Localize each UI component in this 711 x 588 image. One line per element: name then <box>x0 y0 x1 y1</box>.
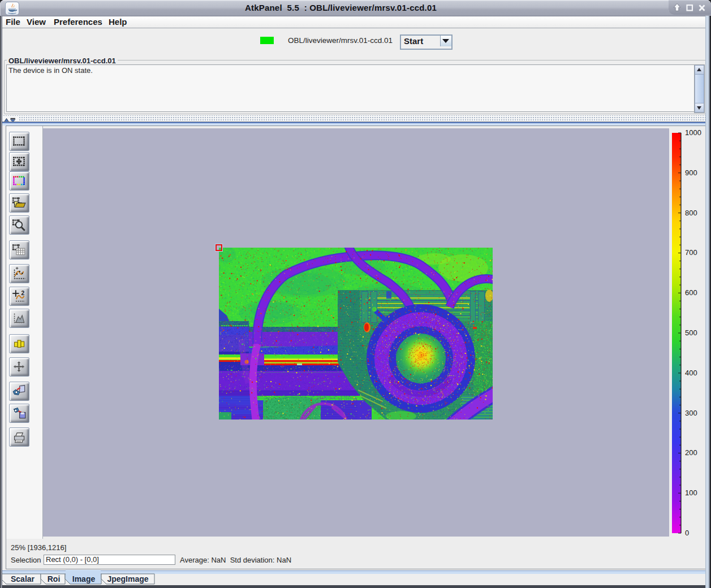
svg-text:300: 300 <box>685 409 697 417</box>
svg-text:0: 0 <box>685 529 689 537</box>
svg-text:Roi: Roi <box>48 574 61 583</box>
svg-text:200: 200 <box>685 448 697 457</box>
svg-text:100: 100 <box>685 488 697 497</box>
svg-text:Scalar: Scalar <box>11 574 35 583</box>
svg-text:2: 2 <box>21 290 24 296</box>
svg-text:500: 500 <box>685 328 697 337</box>
svg-text:JpegImage: JpegImage <box>107 574 148 583</box>
svg-text:800: 800 <box>685 209 697 217</box>
svg-text:1000: 1000 <box>685 128 701 137</box>
svg-text:700: 700 <box>685 248 697 257</box>
svg-text:400: 400 <box>685 369 697 377</box>
svg-text:Image: Image <box>72 574 96 583</box>
svg-text:900: 900 <box>685 168 697 177</box>
svg-text:600: 600 <box>685 288 697 297</box>
